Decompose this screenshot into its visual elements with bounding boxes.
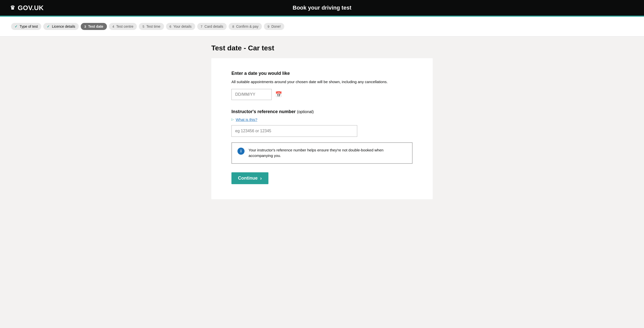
progress-step-test-date[interactable]: 3 Test date [81,23,107,30]
calendar-icon[interactable]: 📅 [275,91,282,98]
progress-step-done[interactable]: 9 Done! [264,23,284,30]
step-number: 9 [267,25,269,28]
main-content: Test date - Car test Enter a date you wo… [201,37,443,207]
instructor-reference-input[interactable] [231,125,357,137]
date-heading: Enter a date you would like [231,71,413,76]
info-box: i Your instructor's reference number hel… [231,142,413,164]
crown-icon: ♛ [10,5,15,11]
continue-button[interactable]: Continue › [231,172,268,184]
page-title: Test date - Car test [211,44,433,52]
what-is-this-link[interactable]: What is this? [236,117,257,122]
step-number: 7 [201,25,203,28]
what-is-this-row: ▷ What is this? [231,117,413,122]
progress-step-type-of-test[interactable]: ✓ Type of test [11,23,41,30]
step-label: Test time [146,24,160,28]
step-label: Test date [88,24,103,28]
step-number: 4 [112,25,114,28]
info-text: Your instructor's reference number helps… [249,147,407,159]
progress-step-licence-details[interactable]: ✓ Licence details [43,23,79,30]
form-card: Enter a date you would like All suitable… [211,58,433,199]
progress-step-test-time[interactable]: 5 Test time [139,23,164,30]
arrow-icon: › [260,175,262,181]
step-number: 6 [170,25,171,28]
instructor-section: Instructor's reference number (optional)… [231,109,413,164]
progress-step-confirm-pay[interactable]: 8 Confirm & pay [229,23,262,30]
step-label: Card details [205,24,223,28]
step-label: Done! [271,24,281,28]
site-header: ♛ GOV.UK Book your driving test [0,0,644,16]
info-icon: i [237,148,245,155]
date-section: Enter a date you would like All suitable… [231,71,413,100]
date-input[interactable] [231,89,272,100]
step-label: Type of test [20,24,38,28]
date-hint: All suitable appointments around your ch… [231,79,413,85]
progress-nav: ✓ Type of test ✓ Licence details 3 Test … [0,17,644,37]
progress-step-your-details[interactable]: 6 Your details [166,23,195,30]
step-label: Licence details [52,24,75,28]
progress-step-test-centre[interactable]: 4 Test centre [109,23,137,30]
check-icon: ✓ [47,24,50,28]
instructor-label: Instructor's reference number (optional) [231,109,413,114]
gov-logo: ♛ GOV.UK [10,4,44,12]
step-number: 5 [142,25,144,28]
step-number: 3 [84,25,86,28]
step-label: Your details [173,24,192,28]
site-title: Book your driving test [293,5,351,11]
continue-label: Continue [238,176,258,181]
step-label: Confirm & pay [236,24,259,28]
step-label: Test centre [116,24,133,28]
optional-label: (optional) [297,110,314,114]
progress-step-card-details[interactable]: 7 Card details [197,23,227,30]
step-number: 8 [232,25,234,28]
date-input-row: 📅 [231,89,413,100]
check-icon: ✓ [15,24,18,28]
triangle-icon: ▷ [231,118,234,121]
logo-text: GOV.UK [18,4,44,12]
